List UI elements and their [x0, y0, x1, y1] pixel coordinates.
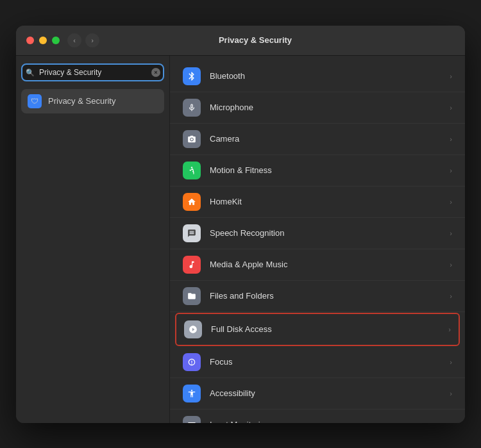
accessibility-chevron: › [450, 390, 452, 397]
settings-item-full-disk-access[interactable]: Full Disk Access › [175, 313, 460, 346]
input-monitoring-chevron: › [450, 421, 452, 423]
input-monitoring-icon [183, 416, 201, 423]
focus-chevron: › [450, 358, 452, 366]
privacy-security-icon: 🛡 [28, 94, 42, 108]
camera-label: Camera [210, 134, 450, 144]
bluetooth-label: Bluetooth [210, 71, 450, 81]
homekit-icon [183, 193, 201, 211]
files-folders-icon [183, 287, 201, 305]
sidebar-item-privacy-security[interactable]: 🛡 Privacy & Security [21, 89, 164, 113]
bluetooth-chevron: › [450, 72, 452, 80]
media-apple-music-icon [183, 256, 201, 274]
motion-fitness-chevron: › [450, 167, 452, 174]
settings-item-homekit[interactable]: HomeKit › [170, 187, 465, 218]
media-apple-music-label: Media & Apple Music [210, 260, 450, 269]
content-area: 🔍 × 🛡 Privacy & Security Blu [16, 56, 465, 423]
settings-item-microphone[interactable]: Microphone › [170, 92, 465, 124]
settings-item-media-apple-music[interactable]: Media & Apple Music › [170, 249, 465, 281]
microphone-label: Microphone [210, 103, 450, 112]
settings-item-input-monitoring[interactable]: Input Monitoring › [170, 410, 465, 423]
settings-item-accessibility[interactable]: Accessibility › [170, 378, 465, 410]
close-button[interactable] [26, 37, 34, 44]
sidebar-item-label: Privacy & Security [48, 96, 115, 106]
media-apple-music-chevron: › [450, 261, 452, 269]
settings-list: Bluetooth › Microphone › [170, 56, 465, 423]
focus-label: Focus [210, 357, 450, 367]
search-input[interactable] [21, 63, 164, 81]
settings-item-motion-fitness[interactable]: Motion & Fitness › [170, 155, 465, 187]
full-disk-access-icon [184, 320, 202, 338]
files-folders-label: Files and Folders [210, 291, 450, 301]
sidebar: 🔍 × 🛡 Privacy & Security [16, 56, 170, 423]
settings-item-speech-recognition[interactable]: Speech Recognition › [170, 218, 465, 249]
files-folders-chevron: › [450, 292, 452, 300]
focus-icon [183, 353, 201, 371]
titlebar: ‹ › Privacy & Security [16, 26, 465, 56]
speech-recognition-label: Speech Recognition [210, 228, 450, 238]
system-preferences-window: ‹ › Privacy & Security 🔍 × 🛡 Privacy & S… [16, 26, 465, 423]
motion-fitness-icon [183, 162, 201, 179]
search-clear-button[interactable]: × [151, 68, 160, 77]
search-container: 🔍 × [21, 63, 164, 81]
main-content: Bluetooth › Microphone › [170, 56, 465, 423]
minimize-button[interactable] [39, 37, 47, 44]
microphone-icon [183, 99, 201, 117]
camera-chevron: › [450, 135, 452, 143]
accessibility-label: Accessibility [210, 388, 450, 398]
full-disk-access-chevron: › [448, 326, 451, 333]
input-monitoring-label: Input Monitoring [210, 420, 450, 423]
full-disk-access-label: Full Disk Access [211, 324, 448, 334]
speech-recognition-icon [183, 224, 201, 242]
camera-icon [183, 130, 201, 148]
svg-point-0 [191, 167, 192, 168]
settings-item-camera[interactable]: Camera › [170, 124, 465, 155]
homekit-label: HomeKit [210, 197, 450, 206]
window-title: Privacy & Security [56, 35, 455, 45]
settings-item-bluetooth[interactable]: Bluetooth › [170, 61, 465, 92]
settings-item-focus[interactable]: Focus › [170, 347, 465, 378]
homekit-chevron: › [450, 198, 452, 206]
speech-recognition-chevron: › [450, 229, 452, 237]
settings-item-files-folders[interactable]: Files and Folders › [170, 281, 465, 312]
traffic-lights [26, 37, 60, 44]
motion-fitness-label: Motion & Fitness [210, 165, 450, 175]
microphone-chevron: › [450, 104, 452, 112]
accessibility-icon [183, 385, 201, 402]
search-icon: 🔍 [26, 68, 35, 76]
bluetooth-icon [183, 67, 201, 85]
